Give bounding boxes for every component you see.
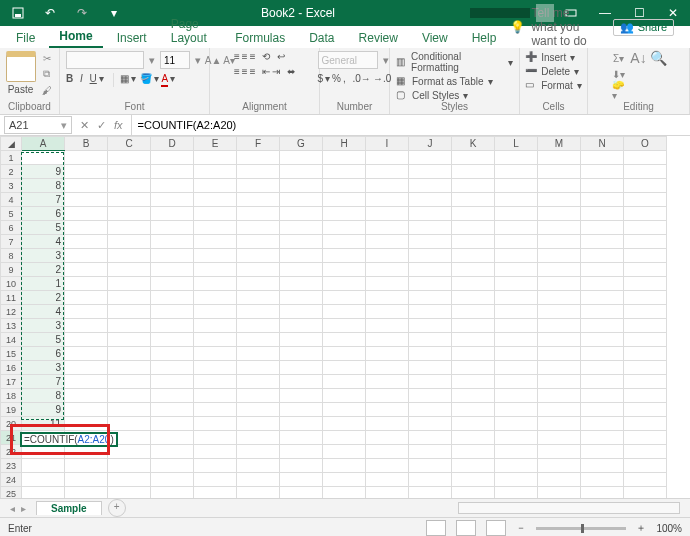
cell-J5[interactable]: [409, 207, 452, 221]
cell-K25[interactable]: [452, 487, 495, 500]
align-left-icon[interactable]: ≡: [234, 66, 240, 77]
cell-B16[interactable]: [65, 361, 108, 375]
cell-G6[interactable]: [280, 221, 323, 235]
cell-K14[interactable]: [452, 333, 495, 347]
cell-D12[interactable]: [151, 305, 194, 319]
cell-M9[interactable]: [538, 263, 581, 277]
cell-N17[interactable]: [581, 375, 624, 389]
cell-G19[interactable]: [280, 403, 323, 417]
tab-insert[interactable]: Insert: [107, 28, 157, 48]
cell-J19[interactable]: [409, 403, 452, 417]
cell-H14[interactable]: [323, 333, 366, 347]
cell-O4[interactable]: [624, 193, 667, 207]
normal-view-icon[interactable]: [426, 520, 446, 536]
cell-L21[interactable]: [495, 431, 538, 445]
cell-F24[interactable]: [237, 473, 280, 487]
cell-I6[interactable]: [366, 221, 409, 235]
font-color-icon[interactable]: A: [161, 73, 168, 87]
cell-G24[interactable]: [280, 473, 323, 487]
cell-B7[interactable]: [65, 235, 108, 249]
copy-icon[interactable]: ⧉: [40, 67, 54, 81]
insert-cells-button[interactable]: ➕Insert ▾: [525, 51, 582, 63]
cell-I22[interactable]: [366, 445, 409, 459]
cell-J13[interactable]: [409, 319, 452, 333]
cell-J22[interactable]: [409, 445, 452, 459]
worksheet-grid[interactable]: ◢ABCDEFGHIJKLMNO129384756657483921011121…: [0, 136, 690, 499]
cell-styles-button[interactable]: ▢Cell Styles ▾: [396, 89, 513, 101]
cell-J14[interactable]: [409, 333, 452, 347]
undo-icon[interactable]: ↶: [38, 0, 62, 26]
font-size-input[interactable]: [160, 51, 190, 69]
cell-E5[interactable]: [194, 207, 237, 221]
cell-N3[interactable]: [581, 179, 624, 193]
cell-H1[interactable]: [323, 151, 366, 165]
cell-K15[interactable]: [452, 347, 495, 361]
cell-C18[interactable]: [108, 389, 151, 403]
cell-I12[interactable]: [366, 305, 409, 319]
cell-C4[interactable]: [108, 193, 151, 207]
cell-O9[interactable]: [624, 263, 667, 277]
cell-H23[interactable]: [323, 459, 366, 473]
cell-H7[interactable]: [323, 235, 366, 249]
cell-O20[interactable]: [624, 417, 667, 431]
cell-K5[interactable]: [452, 207, 495, 221]
cell-D15[interactable]: [151, 347, 194, 361]
insert-function-icon[interactable]: fx: [114, 119, 123, 131]
bold-button[interactable]: B: [66, 73, 73, 87]
row-header-11[interactable]: 11: [1, 291, 22, 305]
sheet-nav-first-icon[interactable]: ◂: [10, 503, 15, 514]
cell-I2[interactable]: [366, 165, 409, 179]
cell-D7[interactable]: [151, 235, 194, 249]
cell-G2[interactable]: [280, 165, 323, 179]
indent-inc-icon[interactable]: ⇥: [272, 66, 280, 77]
cell-J16[interactable]: [409, 361, 452, 375]
row-header-24[interactable]: 24: [1, 473, 22, 487]
tab-view[interactable]: View: [412, 28, 458, 48]
cell-J18[interactable]: [409, 389, 452, 403]
row-header-16[interactable]: 16: [1, 361, 22, 375]
number-format-select[interactable]: [318, 51, 378, 69]
cell-N22[interactable]: [581, 445, 624, 459]
cell-M24[interactable]: [538, 473, 581, 487]
tab-home[interactable]: Home: [49, 26, 102, 48]
cell-E20[interactable]: [194, 417, 237, 431]
cell-K17[interactable]: [452, 375, 495, 389]
cell-D17[interactable]: [151, 375, 194, 389]
cell-I10[interactable]: [366, 277, 409, 291]
cell-N24[interactable]: [581, 473, 624, 487]
cell-F16[interactable]: [237, 361, 280, 375]
cell-B4[interactable]: [65, 193, 108, 207]
cell-B23[interactable]: [65, 459, 108, 473]
row-header-4[interactable]: 4: [1, 193, 22, 207]
cell-B15[interactable]: [65, 347, 108, 361]
cell-E13[interactable]: [194, 319, 237, 333]
cell-J15[interactable]: [409, 347, 452, 361]
dec-decimal-icon[interactable]: →.0: [373, 73, 391, 84]
cell-E24[interactable]: [194, 473, 237, 487]
row-header-10[interactable]: 10: [1, 277, 22, 291]
cell-E4[interactable]: [194, 193, 237, 207]
cell-B2[interactable]: [65, 165, 108, 179]
cell-F15[interactable]: [237, 347, 280, 361]
cell-F14[interactable]: [237, 333, 280, 347]
cell-C14[interactable]: [108, 333, 151, 347]
cell-G11[interactable]: [280, 291, 323, 305]
cell-D20[interactable]: [151, 417, 194, 431]
tab-page-layout[interactable]: Page Layout: [161, 14, 221, 48]
cell-G20[interactable]: [280, 417, 323, 431]
row-header-17[interactable]: 17: [1, 375, 22, 389]
cell-G13[interactable]: [280, 319, 323, 333]
name-box[interactable]: A21▾: [4, 116, 72, 134]
cell-C10[interactable]: [108, 277, 151, 291]
zoom-slider[interactable]: [536, 527, 626, 530]
cell-O12[interactable]: [624, 305, 667, 319]
cell-N14[interactable]: [581, 333, 624, 347]
indent-dec-icon[interactable]: ⇤: [262, 66, 270, 77]
row-header-15[interactable]: 15: [1, 347, 22, 361]
enter-formula-icon[interactable]: ✓: [97, 119, 106, 132]
cell-N8[interactable]: [581, 249, 624, 263]
cell-M22[interactable]: [538, 445, 581, 459]
cell-I11[interactable]: [366, 291, 409, 305]
cell-L11[interactable]: [495, 291, 538, 305]
column-header-G[interactable]: G: [280, 137, 323, 151]
